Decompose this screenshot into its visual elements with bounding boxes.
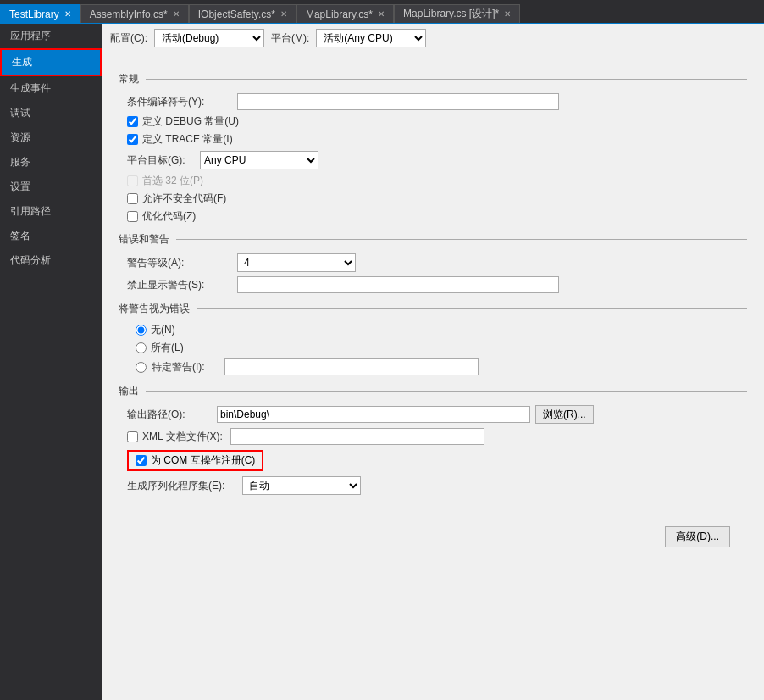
sidebar-item-settings[interactable]: 设置	[0, 175, 102, 199]
com-register-checkbox[interactable]	[136, 455, 147, 466]
close-icon[interactable]: ✕	[64, 9, 71, 19]
define-trace-row: 定义 TRACE 常量(I)	[119, 132, 747, 147]
xml-doc-label: XML 文档文件(X):	[142, 430, 223, 444]
sidebar-item-build-events[interactable]: 生成事件	[0, 76, 102, 101]
suppress-warnings-label: 禁止显示警告(S):	[127, 278, 237, 292]
define-debug-label: 定义 DEBUG 常量(U)	[142, 114, 239, 129]
define-trace-label: 定义 TRACE 常量(I)	[142, 132, 233, 147]
com-register-highlight-box: 为 COM 互操作注册(C)	[127, 450, 263, 471]
optimize-row: 优化代码(Z)	[119, 209, 747, 224]
suppress-warnings-input[interactable]	[237, 276, 559, 293]
treat-specific-label: 特定警告(I):	[152, 360, 219, 375]
define-debug-checkbox[interactable]	[127, 116, 138, 127]
config-select[interactable]: 活动(Debug)	[154, 29, 264, 47]
suppress-warnings-row: 禁止显示警告(S):	[119, 276, 747, 293]
xml-doc-input[interactable]	[230, 428, 484, 445]
output-path-row: 输出路径(O): 浏览(R)...	[119, 405, 747, 424]
content-toolbar: 配置(C): 活动(Debug) 平台(M): 活动(Any CPU)	[102, 24, 764, 53]
define-debug-row: 定义 DEBUG 常量(U)	[119, 114, 747, 129]
tab-label: MapLibrary.cs [设计]*	[403, 7, 499, 21]
platform-target-row: 平台目标(G): Any CPU	[119, 151, 747, 169]
sidebar-item-debug[interactable]: 调试	[0, 101, 102, 125]
treat-warnings-section-title: 将警告视为错误	[119, 302, 190, 316]
allow-unsafe-row: 允许不安全代码(F)	[119, 192, 747, 206]
form-content: 常规 条件编译符号(Y): 定义 DEBUG 常量(U) 定义 TRACE 常量…	[102, 53, 764, 509]
optimize-label: 优化代码(Z)	[142, 209, 196, 224]
tab-label: AssemblyInfo.cs*	[90, 8, 168, 20]
bottom-bar: 高级(D)...	[102, 509, 764, 564]
warning-level-label: 警告等级(A):	[127, 256, 237, 270]
com-register-container: 为 COM 互操作注册(C)	[127, 450, 747, 471]
sidebar-item-resources[interactable]: 资源	[0, 125, 102, 150]
tab-iobjectsafety[interactable]: IObjectSafety.cs* ✕	[189, 4, 296, 23]
sidebar-item-build[interactable]: 生成	[0, 48, 102, 76]
conditional-symbol-label: 条件编译符号(Y):	[127, 95, 237, 109]
warning-level-row: 警告等级(A): 4	[119, 253, 747, 272]
output-path-input[interactable]	[217, 406, 530, 423]
close-icon[interactable]: ✕	[378, 9, 385, 19]
conditional-symbol-input[interactable]	[237, 93, 559, 110]
output-section-title: 输出	[119, 384, 139, 398]
sidebar-item-application[interactable]: 应用程序	[0, 24, 102, 48]
tab-maplibrary-cs[interactable]: MapLibrary.cs* ✕	[296, 4, 394, 23]
allow-unsafe-checkbox[interactable]	[127, 193, 138, 204]
platform-target-label: 平台目标(G):	[127, 153, 195, 168]
advanced-button[interactable]: 高级(D)...	[665, 526, 730, 547]
errors-section-title: 错误和警告	[119, 232, 169, 247]
allow-unsafe-label: 允许不安全代码(F)	[142, 192, 226, 206]
close-icon[interactable]: ✕	[280, 9, 287, 19]
conditional-symbol-row: 条件编译符号(Y):	[119, 93, 747, 110]
treat-none-radio[interactable]	[136, 325, 147, 336]
prefer32bit-checkbox[interactable]	[127, 175, 138, 186]
general-section-divider: 常规	[119, 72, 747, 86]
sidebar-item-reference-paths[interactable]: 引用路径	[0, 199, 102, 224]
errors-section-divider: 错误和警告	[119, 232, 747, 247]
tab-maplibrary-design[interactable]: MapLibrary.cs [设计]* ✕	[394, 4, 520, 23]
xml-doc-checkbox[interactable]	[127, 431, 138, 442]
close-icon[interactable]: ✕	[504, 9, 511, 19]
general-section-title: 常规	[119, 72, 139, 86]
treat-all-label: 所有(L)	[151, 341, 184, 355]
tab-assemblyinfo[interactable]: AssemblyInfo.cs* ✕	[80, 4, 189, 23]
platform-label: 平台(M):	[271, 31, 309, 46]
platform-select[interactable]: 活动(Any CPU)	[316, 29, 426, 47]
content-area: 配置(C): 活动(Debug) 平台(M): 活动(Any CPU) 常规 条…	[102, 24, 764, 700]
tab-testlibrary[interactable]: TestLibrary ✕	[0, 4, 80, 23]
output-section-divider: 输出	[119, 384, 747, 398]
sidebar-item-services[interactable]: 服务	[0, 150, 102, 175]
tab-label: TestLibrary	[9, 8, 59, 20]
treat-specific-input[interactable]	[224, 358, 479, 375]
sidebar-item-signing[interactable]: 签名	[0, 224, 102, 248]
sidebar-item-code-analysis[interactable]: 代码分析	[0, 248, 102, 273]
optimize-checkbox[interactable]	[127, 211, 138, 222]
output-path-label: 输出路径(O):	[127, 408, 212, 422]
main-layout: 应用程序 生成 生成事件 调试 资源 服务 设置 引用路径 签名 代码分析	[0, 24, 764, 700]
config-label: 配置(C):	[110, 31, 147, 46]
prefer32bit-row: 首选 32 位(P)	[119, 174, 747, 188]
treat-none-row: 无(N)	[119, 323, 747, 337]
prefer32bit-label: 首选 32 位(P)	[142, 174, 203, 188]
define-trace-checkbox[interactable]	[127, 134, 138, 145]
tab-label: MapLibrary.cs*	[306, 8, 373, 20]
close-icon[interactable]: ✕	[173, 9, 180, 19]
platform-target-select[interactable]: Any CPU	[200, 151, 318, 169]
com-register-label: 为 COM 互操作注册(C)	[151, 453, 255, 468]
warning-level-select[interactable]: 4	[237, 253, 356, 272]
xml-doc-row: XML 文档文件(X):	[119, 428, 747, 445]
serialization-select[interactable]: 自动	[242, 476, 361, 495]
sidebar: 应用程序 生成 生成事件 调试 资源 服务 设置 引用路径 签名 代码分析	[0, 24, 102, 700]
tab-label: IObjectSafety.cs*	[198, 8, 275, 20]
tab-bar: TestLibrary ✕ AssemblyInfo.cs* ✕ IObject…	[0, 0, 764, 24]
serialization-label: 生成序列化程序集(E):	[127, 479, 237, 493]
treat-warnings-section-divider: 将警告视为错误	[119, 302, 747, 316]
treat-none-label: 无(N)	[151, 323, 175, 337]
treat-specific-row: 特定警告(I):	[119, 358, 747, 375]
treat-specific-radio[interactable]	[136, 362, 147, 373]
browse-button[interactable]: 浏览(R)...	[535, 405, 594, 424]
serialization-row: 生成序列化程序集(E): 自动	[119, 476, 747, 495]
treat-all-row: 所有(L)	[119, 341, 747, 355]
treat-all-radio[interactable]	[136, 342, 147, 353]
